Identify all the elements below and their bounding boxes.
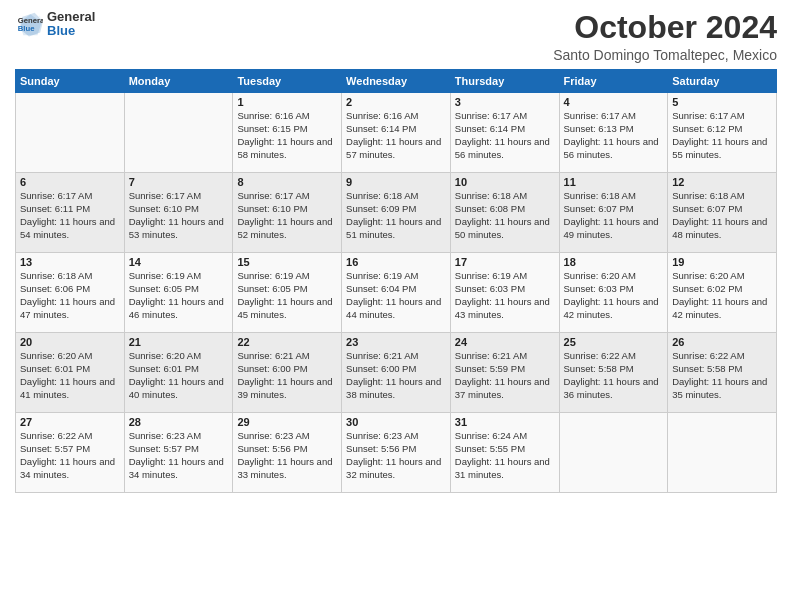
day-cell: 26Sunrise: 6:22 AM Sunset: 5:58 PM Dayli…	[668, 333, 777, 413]
day-info: Sunrise: 6:17 AM Sunset: 6:10 PM Dayligh…	[129, 190, 229, 241]
day-cell: 30Sunrise: 6:23 AM Sunset: 5:56 PM Dayli…	[342, 413, 451, 493]
col-wednesday: Wednesday	[342, 70, 451, 93]
day-cell: 8Sunrise: 6:17 AM Sunset: 6:10 PM Daylig…	[233, 173, 342, 253]
day-cell: 18Sunrise: 6:20 AM Sunset: 6:03 PM Dayli…	[559, 253, 668, 333]
day-number: 13	[20, 256, 120, 268]
day-number: 10	[455, 176, 555, 188]
day-cell: 2Sunrise: 6:16 AM Sunset: 6:14 PM Daylig…	[342, 93, 451, 173]
calendar-header: Sunday Monday Tuesday Wednesday Thursday…	[16, 70, 777, 93]
day-cell: 4Sunrise: 6:17 AM Sunset: 6:13 PM Daylig…	[559, 93, 668, 173]
calendar-body: 1Sunrise: 6:16 AM Sunset: 6:15 PM Daylig…	[16, 93, 777, 493]
day-cell: 17Sunrise: 6:19 AM Sunset: 6:03 PM Dayli…	[450, 253, 559, 333]
day-info: Sunrise: 6:18 AM Sunset: 6:06 PM Dayligh…	[20, 270, 120, 321]
day-info: Sunrise: 6:21 AM Sunset: 6:00 PM Dayligh…	[346, 350, 446, 401]
day-cell: 19Sunrise: 6:20 AM Sunset: 6:02 PM Dayli…	[668, 253, 777, 333]
day-cell: 14Sunrise: 6:19 AM Sunset: 6:05 PM Dayli…	[124, 253, 233, 333]
main-title: October 2024	[553, 10, 777, 45]
day-info: Sunrise: 6:16 AM Sunset: 6:14 PM Dayligh…	[346, 110, 446, 161]
day-cell: 25Sunrise: 6:22 AM Sunset: 5:58 PM Dayli…	[559, 333, 668, 413]
logo: General Blue General Blue	[15, 10, 95, 39]
day-number: 28	[129, 416, 229, 428]
day-number: 27	[20, 416, 120, 428]
day-cell: 28Sunrise: 6:23 AM Sunset: 5:57 PM Dayli…	[124, 413, 233, 493]
day-info: Sunrise: 6:17 AM Sunset: 6:12 PM Dayligh…	[672, 110, 772, 161]
header: General Blue General Blue October 2024 S…	[15, 10, 777, 63]
day-number: 12	[672, 176, 772, 188]
day-cell: 1Sunrise: 6:16 AM Sunset: 6:15 PM Daylig…	[233, 93, 342, 173]
week-row-1: 1Sunrise: 6:16 AM Sunset: 6:15 PM Daylig…	[16, 93, 777, 173]
day-cell: 31Sunrise: 6:24 AM Sunset: 5:55 PM Dayli…	[450, 413, 559, 493]
week-row-5: 27Sunrise: 6:22 AM Sunset: 5:57 PM Dayli…	[16, 413, 777, 493]
day-info: Sunrise: 6:19 AM Sunset: 6:05 PM Dayligh…	[129, 270, 229, 321]
day-info: Sunrise: 6:23 AM Sunset: 5:57 PM Dayligh…	[129, 430, 229, 481]
svg-text:General: General	[18, 16, 43, 25]
day-info: Sunrise: 6:22 AM Sunset: 5:58 PM Dayligh…	[564, 350, 664, 401]
logo-line2: Blue	[47, 24, 95, 38]
day-number: 20	[20, 336, 120, 348]
col-sunday: Sunday	[16, 70, 125, 93]
day-number: 21	[129, 336, 229, 348]
day-cell: 24Sunrise: 6:21 AM Sunset: 5:59 PM Dayli…	[450, 333, 559, 413]
col-friday: Friday	[559, 70, 668, 93]
day-cell: 27Sunrise: 6:22 AM Sunset: 5:57 PM Dayli…	[16, 413, 125, 493]
day-number: 4	[564, 96, 664, 108]
day-number: 14	[129, 256, 229, 268]
day-cell: 29Sunrise: 6:23 AM Sunset: 5:56 PM Dayli…	[233, 413, 342, 493]
subtitle: Santo Domingo Tomaltepec, Mexico	[553, 47, 777, 63]
day-number: 16	[346, 256, 446, 268]
day-number: 26	[672, 336, 772, 348]
day-cell: 7Sunrise: 6:17 AM Sunset: 6:10 PM Daylig…	[124, 173, 233, 253]
day-info: Sunrise: 6:21 AM Sunset: 5:59 PM Dayligh…	[455, 350, 555, 401]
day-info: Sunrise: 6:22 AM Sunset: 5:57 PM Dayligh…	[20, 430, 120, 481]
calendar-table: Sunday Monday Tuesday Wednesday Thursday…	[15, 69, 777, 493]
day-info: Sunrise: 6:18 AM Sunset: 6:09 PM Dayligh…	[346, 190, 446, 241]
day-number: 25	[564, 336, 664, 348]
week-row-3: 13Sunrise: 6:18 AM Sunset: 6:06 PM Dayli…	[16, 253, 777, 333]
day-info: Sunrise: 6:18 AM Sunset: 6:07 PM Dayligh…	[564, 190, 664, 241]
col-saturday: Saturday	[668, 70, 777, 93]
day-number: 11	[564, 176, 664, 188]
day-info: Sunrise: 6:20 AM Sunset: 6:03 PM Dayligh…	[564, 270, 664, 321]
logo-icon: General Blue	[15, 10, 43, 38]
day-cell: 16Sunrise: 6:19 AM Sunset: 6:04 PM Dayli…	[342, 253, 451, 333]
day-info: Sunrise: 6:17 AM Sunset: 6:10 PM Dayligh…	[237, 190, 337, 241]
day-cell: 15Sunrise: 6:19 AM Sunset: 6:05 PM Dayli…	[233, 253, 342, 333]
col-thursday: Thursday	[450, 70, 559, 93]
week-row-4: 20Sunrise: 6:20 AM Sunset: 6:01 PM Dayli…	[16, 333, 777, 413]
day-info: Sunrise: 6:23 AM Sunset: 5:56 PM Dayligh…	[346, 430, 446, 481]
day-number: 7	[129, 176, 229, 188]
day-info: Sunrise: 6:16 AM Sunset: 6:15 PM Dayligh…	[237, 110, 337, 161]
day-info: Sunrise: 6:24 AM Sunset: 5:55 PM Dayligh…	[455, 430, 555, 481]
day-info: Sunrise: 6:19 AM Sunset: 6:04 PM Dayligh…	[346, 270, 446, 321]
day-number: 3	[455, 96, 555, 108]
day-number: 22	[237, 336, 337, 348]
day-cell: 10Sunrise: 6:18 AM Sunset: 6:08 PM Dayli…	[450, 173, 559, 253]
day-cell: 20Sunrise: 6:20 AM Sunset: 6:01 PM Dayli…	[16, 333, 125, 413]
day-number: 9	[346, 176, 446, 188]
day-cell: 3Sunrise: 6:17 AM Sunset: 6:14 PM Daylig…	[450, 93, 559, 173]
day-number: 15	[237, 256, 337, 268]
day-cell: 23Sunrise: 6:21 AM Sunset: 6:00 PM Dayli…	[342, 333, 451, 413]
day-info: Sunrise: 6:20 AM Sunset: 6:01 PM Dayligh…	[20, 350, 120, 401]
day-number: 5	[672, 96, 772, 108]
day-info: Sunrise: 6:18 AM Sunset: 6:08 PM Dayligh…	[455, 190, 555, 241]
day-number: 17	[455, 256, 555, 268]
day-info: Sunrise: 6:22 AM Sunset: 5:58 PM Dayligh…	[672, 350, 772, 401]
day-cell: 6Sunrise: 6:17 AM Sunset: 6:11 PM Daylig…	[16, 173, 125, 253]
day-info: Sunrise: 6:20 AM Sunset: 6:02 PM Dayligh…	[672, 270, 772, 321]
day-info: Sunrise: 6:20 AM Sunset: 6:01 PM Dayligh…	[129, 350, 229, 401]
day-number: 2	[346, 96, 446, 108]
day-number: 31	[455, 416, 555, 428]
day-cell	[124, 93, 233, 173]
day-number: 24	[455, 336, 555, 348]
day-info: Sunrise: 6:17 AM Sunset: 6:13 PM Dayligh…	[564, 110, 664, 161]
day-number: 19	[672, 256, 772, 268]
day-number: 18	[564, 256, 664, 268]
day-number: 29	[237, 416, 337, 428]
day-info: Sunrise: 6:19 AM Sunset: 6:05 PM Dayligh…	[237, 270, 337, 321]
day-cell: 9Sunrise: 6:18 AM Sunset: 6:09 PM Daylig…	[342, 173, 451, 253]
day-cell	[668, 413, 777, 493]
day-cell	[559, 413, 668, 493]
title-section: October 2024 Santo Domingo Tomaltepec, M…	[553, 10, 777, 63]
day-number: 30	[346, 416, 446, 428]
